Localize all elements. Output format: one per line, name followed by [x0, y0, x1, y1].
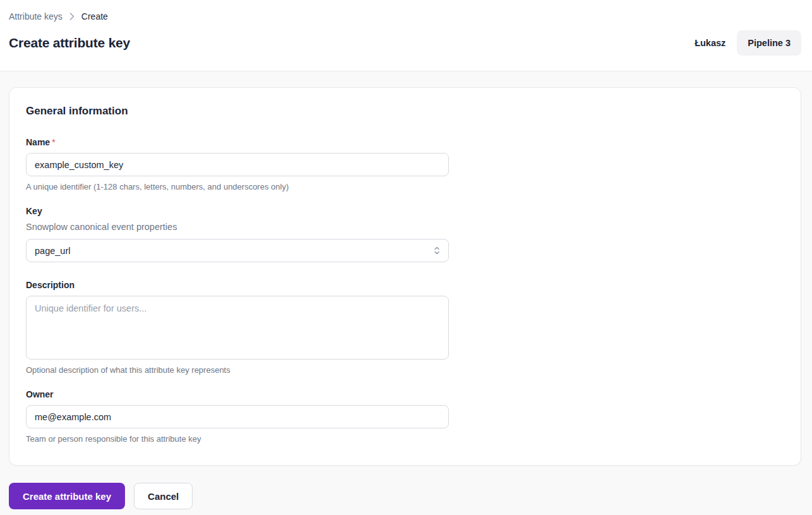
owner-helper-text: Team or person responsible for this attr…: [26, 434, 784, 444]
key-subtitle: Snowplow canonical event properties: [26, 222, 784, 232]
key-field-group: Key Snowplow canonical event properties …: [26, 206, 784, 262]
main-content: General information Name* A unique ident…: [0, 71, 812, 509]
name-label: Name*: [26, 137, 784, 147]
general-information-card: General information Name* A unique ident…: [9, 87, 801, 466]
section-title: General information: [26, 105, 784, 118]
header-right-group: Łukasz Pipeline 3: [695, 30, 801, 56]
chevron-right-icon: [69, 13, 75, 20]
key-select-value: page_url: [35, 246, 70, 256]
description-textarea[interactable]: [26, 296, 449, 360]
owner-input[interactable]: [26, 405, 449, 428]
required-asterisk: *: [52, 137, 55, 147]
pipeline-selector-button[interactable]: Pipeline 3: [737, 30, 801, 56]
description-label: Description: [26, 280, 784, 290]
key-label: Key: [26, 206, 784, 216]
name-helper-text: A unique identifier (1-128 chars, letter…: [26, 182, 784, 191]
user-menu[interactable]: Łukasz: [695, 38, 725, 48]
name-label-text: Name: [26, 137, 50, 147]
unfold-more-icon: [433, 246, 441, 255]
owner-label: Owner: [26, 389, 784, 399]
owner-field-group: Owner Team or person responsible for thi…: [26, 389, 784, 444]
name-field-group: Name* A unique identifier (1-128 chars, …: [26, 137, 784, 191]
top-header: Attribute keys Create Create attribute k…: [0, 0, 812, 71]
cancel-button[interactable]: Cancel: [134, 483, 193, 509]
breadcrumb-create: Create: [81, 11, 108, 21]
description-field-group: Description Optional description of what…: [26, 280, 784, 375]
create-attribute-key-button[interactable]: Create attribute key: [9, 483, 125, 509]
breadcrumb: Attribute keys Create: [9, 11, 801, 21]
name-input[interactable]: [26, 153, 449, 176]
description-helper-text: Optional description of what this attrib…: [26, 365, 784, 375]
key-select[interactable]: page_url: [26, 239, 449, 262]
page-title: Create attribute key: [9, 35, 130, 51]
form-actions: Create attribute key Cancel: [9, 483, 801, 509]
title-bar: Create attribute key Łukasz Pipeline 3: [9, 30, 801, 56]
breadcrumb-attribute-keys[interactable]: Attribute keys: [9, 11, 63, 21]
